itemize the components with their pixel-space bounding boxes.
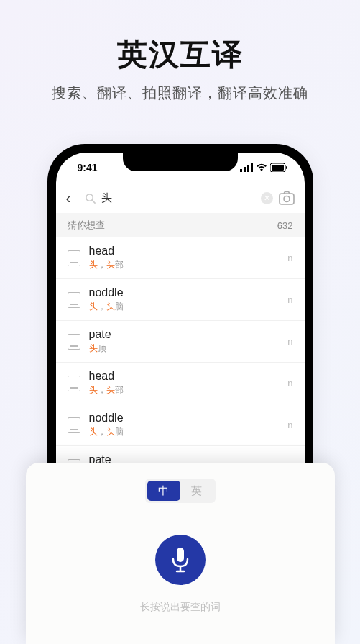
svg-rect-9 xyxy=(280,194,294,204)
status-time: 9:41 xyxy=(78,162,98,173)
list-item[interactable]: head头，头部n xyxy=(56,363,305,404)
search-input[interactable]: 头 xyxy=(101,191,255,205)
list-item[interactable]: noddle头，头脑n xyxy=(56,404,305,446)
hero-title: 英汉互译 xyxy=(0,35,360,75)
part-of-speech: n xyxy=(287,419,292,430)
signal-icon xyxy=(240,163,253,172)
result-list: head头，头部nnoddle头，头脑npate头顶nhead头，头部nnodd… xyxy=(56,237,305,488)
result-meaning: 头，头脑 xyxy=(89,426,280,438)
language-toggle: 中 英 xyxy=(145,479,216,503)
svg-rect-1 xyxy=(244,167,246,172)
dictionary-icon xyxy=(68,292,80,308)
result-meaning: 头，头部 xyxy=(89,384,280,396)
result-meaning: 头顶 xyxy=(89,343,280,355)
svg-rect-3 xyxy=(251,163,253,172)
dictionary-icon xyxy=(68,250,80,266)
svg-rect-11 xyxy=(177,548,184,562)
dictionary-icon xyxy=(68,417,80,433)
phone-notch xyxy=(123,153,238,171)
lang-en-button[interactable]: 英 xyxy=(180,481,213,501)
lang-zh-button[interactable]: 中 xyxy=(147,481,180,501)
microphone-icon xyxy=(170,546,191,573)
svg-rect-6 xyxy=(286,166,287,169)
list-item-main: noddle头，头脑 xyxy=(89,412,280,438)
search-icon xyxy=(85,193,96,204)
result-word: pate xyxy=(89,328,280,341)
svg-rect-2 xyxy=(247,165,249,172)
svg-point-10 xyxy=(284,196,290,202)
hero-subtitle: 搜索、翻译、拍照翻译，翻译高效准确 xyxy=(0,83,360,103)
part-of-speech: n xyxy=(287,336,292,347)
microphone-button[interactable] xyxy=(155,535,206,585)
battery-icon xyxy=(270,163,287,172)
wifi-icon xyxy=(256,163,267,172)
suggestion-count: 632 xyxy=(277,220,293,231)
list-item[interactable]: pate头顶n xyxy=(56,321,305,363)
list-item[interactable]: head头，头部n xyxy=(56,237,305,279)
clear-button[interactable]: ✕ xyxy=(261,192,273,204)
part-of-speech: n xyxy=(287,378,292,389)
result-word: noddle xyxy=(89,286,280,299)
part-of-speech: n xyxy=(287,294,292,305)
suggestion-title: 猜你想查 xyxy=(68,219,105,232)
result-meaning: 头，头部 xyxy=(89,259,280,271)
voice-panel: 中 英 长按说出要查的词 xyxy=(26,463,335,644)
search-bar: ‹ 头 ✕ xyxy=(56,183,305,213)
list-item-main: pate头顶 xyxy=(89,328,280,355)
list-item[interactable]: noddle头，头脑n xyxy=(56,279,305,321)
result-word: head xyxy=(89,245,280,258)
suggestion-header: 猜你想查 632 xyxy=(56,213,305,237)
camera-button[interactable] xyxy=(279,191,295,205)
part-of-speech: n xyxy=(287,253,292,263)
result-word: head xyxy=(89,370,280,383)
result-meaning: 头，头脑 xyxy=(89,301,280,313)
back-button[interactable]: ‹ xyxy=(66,190,79,207)
svg-line-8 xyxy=(92,200,95,203)
dictionary-icon xyxy=(68,376,80,391)
svg-rect-0 xyxy=(240,169,242,172)
result-word: noddle xyxy=(89,412,280,425)
list-item-main: head头，头部 xyxy=(89,245,280,271)
voice-hint: 长按说出要查的词 xyxy=(26,601,335,614)
list-item-main: noddle头，头脑 xyxy=(89,286,280,313)
svg-rect-5 xyxy=(272,165,284,171)
dictionary-icon xyxy=(68,334,80,350)
list-item-main: head头，头部 xyxy=(89,370,280,396)
